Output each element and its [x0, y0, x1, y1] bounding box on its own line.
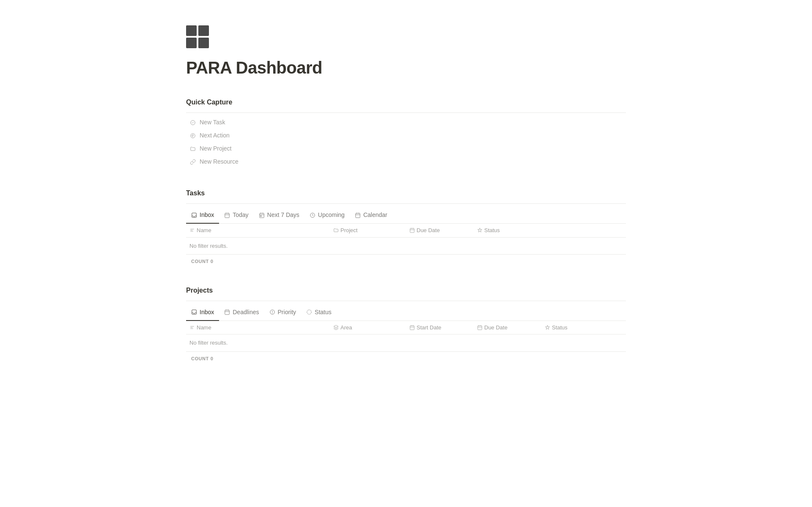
projects-table-header: Name Area Start Date: [186, 321, 626, 335]
projects-col-name: Name: [189, 323, 333, 332]
deadlines-calendar-icon: [224, 309, 230, 315]
quick-capture-new-task[interactable]: New Task: [186, 116, 626, 129]
projects-tab-status[interactable]: Status: [301, 304, 337, 321]
tasks-tab-calendar[interactable]: Calendar: [350, 207, 392, 224]
tasks-section: Tasks Inbox Tod: [186, 188, 626, 269]
grid-cell-2: [198, 25, 209, 36]
svg-rect-3: [225, 213, 230, 217]
projects-status-sparkle-icon: [545, 325, 550, 330]
projects-col-status: Status: [545, 323, 623, 332]
upcoming-clock-icon: [310, 212, 315, 218]
next7days-icon: [259, 212, 265, 218]
new-resource-label: New Resource: [200, 157, 239, 166]
projects-tab-inbox[interactable]: Inbox: [186, 304, 219, 321]
quick-capture-divider: [186, 112, 626, 113]
projects-col-area-label: Area: [340, 323, 352, 332]
name-text-icon: [189, 227, 195, 233]
tasks-tab-inbox-label: Inbox: [200, 211, 214, 219]
projects-tab-status-label: Status: [315, 308, 332, 317]
svg-rect-14: [478, 326, 482, 330]
check-circle-icon: [189, 119, 196, 126]
tasks-tab-today[interactable]: Today: [219, 207, 253, 224]
new-project-label: New Project: [200, 144, 231, 153]
projects-tab-deadlines[interactable]: Deadlines: [219, 304, 264, 321]
quick-capture-list: New Task Next Action N: [186, 116, 626, 168]
tasks-divider: [186, 203, 626, 204]
quick-capture-new-resource[interactable]: New Resource: [186, 156, 626, 168]
grid-cell-1: [186, 25, 197, 36]
priority-exclamation-icon: [269, 309, 275, 315]
tasks-count-value: 0: [211, 258, 214, 265]
quick-capture-new-project[interactable]: New Project: [186, 143, 626, 155]
projects-col-startdate: Start Date: [409, 323, 477, 332]
tasks-tab-upcoming-label: Upcoming: [318, 211, 345, 219]
svg-rect-8: [410, 228, 414, 233]
folder-icon: [189, 145, 196, 152]
tasks-tab-inbox[interactable]: Inbox: [186, 207, 219, 224]
tasks-col-status-label: Status: [484, 226, 500, 235]
projects-title: Projects: [186, 285, 626, 296]
projects-inbox-icon: [191, 309, 197, 315]
calendar-outline-icon: [355, 212, 361, 218]
tasks-tab-calendar-label: Calendar: [363, 211, 387, 219]
tasks-tab-next7days-label: Next 7 Days: [267, 211, 299, 219]
page-container: PARA Dashboard Quick Capture New Task: [152, 0, 660, 416]
projects-col-status-label: Status: [552, 323, 568, 332]
svg-point-12: [307, 310, 312, 315]
next-action-label: Next Action: [200, 131, 230, 140]
projects-col-duedate-label: Due Date: [484, 323, 508, 332]
projects-name-text-icon: [189, 325, 195, 330]
tasks-no-results: No filter results.: [186, 238, 626, 255]
tasks-tab-next7days[interactable]: Next 7 Days: [254, 207, 304, 224]
svg-rect-7: [356, 213, 360, 217]
quick-capture-title: Quick Capture: [186, 97, 626, 107]
today-calendar-icon: [224, 212, 230, 218]
projects-section: Projects Inbox: [186, 285, 626, 366]
new-task-label: New Task: [200, 118, 225, 127]
tasks-count-label: COUNT: [191, 258, 209, 265]
projects-tab-deadlines-label: Deadlines: [233, 308, 259, 317]
projects-no-results: No filter results.: [186, 334, 626, 352]
projects-tab-priority-label: Priority: [278, 308, 296, 317]
tasks-col-name: Name: [189, 226, 333, 235]
projects-count-row: COUNT 0: [186, 352, 626, 366]
projects-col-duedate: Due Date: [477, 323, 545, 332]
tasks-col-status: Status: [477, 226, 623, 235]
projects-divider: [186, 301, 626, 301]
projects-count-value: 0: [211, 355, 214, 362]
grid-cell-3: [186, 38, 197, 48]
grid-cell-4: [198, 38, 209, 48]
area-layers-icon: [333, 325, 339, 330]
projects-duedate-calendar-icon: [477, 325, 483, 330]
page-icon: [186, 25, 626, 48]
tasks-count-row: COUNT 0: [186, 255, 626, 269]
status-sparkle-icon: [477, 227, 483, 233]
grid-icon: [186, 25, 209, 48]
projects-tab-priority[interactable]: Priority: [264, 304, 302, 321]
tasks-title: Tasks: [186, 188, 626, 198]
tasks-col-name-label: Name: [197, 226, 211, 235]
svg-rect-4: [259, 213, 264, 217]
project-folder-icon: [333, 227, 339, 233]
projects-tab-inbox-label: Inbox: [200, 308, 214, 317]
tasks-tab-today-label: Today: [233, 211, 248, 219]
page-title: PARA Dashboard: [186, 55, 626, 80]
projects-col-name-label: Name: [197, 323, 211, 332]
svg-rect-10: [225, 310, 230, 315]
projects-tabs-bar: Inbox Deadlines Priority: [186, 304, 626, 321]
link-icon: [189, 159, 196, 165]
quick-capture-next-action[interactable]: Next Action: [186, 129, 626, 142]
tasks-tabs-bar: Inbox Today: [186, 207, 626, 224]
tasks-tab-upcoming[interactable]: Upcoming: [304, 207, 350, 224]
inbox-icon: [191, 212, 197, 218]
svg-rect-5: [261, 216, 261, 217]
quick-capture-section: Quick Capture New Task: [186, 97, 626, 168]
refresh-circle-icon: [189, 132, 196, 139]
tasks-col-project-label: Project: [340, 226, 357, 235]
projects-col-area: Area: [333, 323, 409, 332]
projects-col-startdate-label: Start Date: [417, 323, 442, 332]
tasks-col-duedate: Due Date: [409, 226, 477, 235]
tasks-table-header: Name Project Due Date: [186, 224, 626, 238]
svg-rect-13: [410, 326, 414, 330]
projects-count-label: COUNT: [191, 355, 209, 362]
